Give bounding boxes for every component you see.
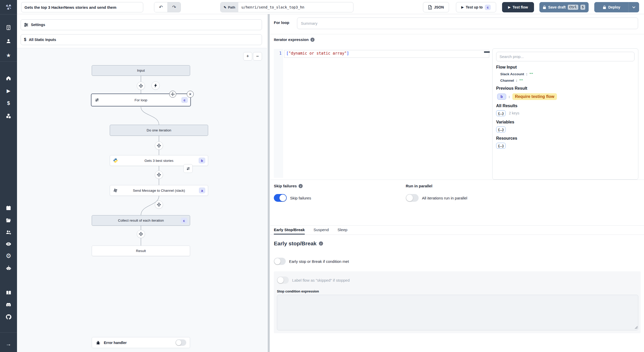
json-button[interactable]: JSON [423, 2, 449, 12]
user-icon[interactable] [0, 37, 17, 46]
run-in-parallel-control: All iterations run in parallel [406, 194, 467, 202]
object-expand-chip[interactable]: {...} [496, 127, 506, 132]
add-step-button[interactable] [155, 141, 163, 150]
iterate-again-button[interactable] [183, 164, 193, 173]
move-node-handle[interactable] [169, 91, 176, 98]
tab-sleep[interactable]: Sleep [337, 226, 347, 234]
collapse-arrow-icon[interactable]: → [0, 340, 17, 348]
error-handler-toggle[interactable] [175, 339, 186, 346]
toggle-knob [274, 258, 281, 264]
audit-eye-icon[interactable] [0, 240, 17, 248]
iterator-code-editor[interactable]: 1 ["dynamic or static array"] [274, 49, 490, 178]
zoom-in-button[interactable]: + [243, 52, 252, 61]
search-prop-input[interactable] [496, 52, 634, 61]
tab-suspend[interactable]: Suspend [313, 226, 329, 234]
play-icon: ▶ [508, 5, 511, 9]
deploy-dropdown-button[interactable] [629, 5, 639, 9]
run-in-parallel-toggle[interactable] [406, 194, 419, 202]
divider [270, 180, 644, 180]
object-expand-chip[interactable]: {...} [496, 143, 506, 149]
add-step-button[interactable] [137, 230, 145, 238]
flow-settings-button[interactable]: Settings [21, 19, 262, 30]
info-icon[interactable]: i [299, 184, 303, 188]
all-static-inputs-button[interactable]: $ All Static Inputs [21, 34, 262, 45]
divider [270, 34, 644, 34]
path-field[interactable]: ✎ Path u/henri/send_to_slack_top3_hn [220, 2, 353, 12]
textarea-resize-grip[interactable] [635, 326, 638, 329]
code-line[interactable]: ["dynamic or static array"] [286, 51, 349, 56]
github-icon[interactable] [0, 313, 17, 321]
add-step-button[interactable] [155, 171, 163, 179]
folders-icon[interactable] [0, 216, 17, 225]
skip-failures-toggle-label: Skip failures [290, 196, 311, 200]
delete-node-button[interactable]: ✕ [187, 91, 194, 98]
groups-users-gear-icon[interactable] [0, 228, 17, 237]
save-draft-button[interactable]: Save draft Ctrl S [539, 2, 589, 12]
early-stop-toggle[interactable] [274, 258, 286, 265]
node-label: Do one iteration [147, 128, 171, 132]
docs-book-icon[interactable] [0, 288, 17, 297]
slack-icon [113, 188, 118, 193]
settings-gear-icon[interactable]: ⚙ [0, 252, 17, 260]
favorites-star-icon[interactable]: ★ [0, 51, 17, 60]
node-badge: a [199, 188, 205, 194]
add-step-button[interactable] [155, 200, 163, 209]
node-label: Input [137, 69, 145, 72]
code-token: ] [347, 51, 349, 56]
add-step-button[interactable] [137, 82, 145, 90]
info-icon[interactable]: i [319, 241, 323, 246]
chevron-down-icon [632, 6, 635, 9]
node-do-one-iteration[interactable]: Do one iteration [110, 125, 208, 136]
schedules-calendar-icon[interactable] [0, 204, 17, 212]
node-result[interactable]: Result [92, 246, 190, 256]
windmill-logo-icon[interactable] [0, 3, 17, 11]
keys-count: 2 keys [509, 111, 519, 115]
pane-splitter[interactable] [267, 14, 270, 352]
label-skipped-toggle[interactable] [277, 276, 289, 284]
early-stop-condition-control: Early stop or Break if condition met [274, 258, 349, 265]
step-b-chip[interactable]: b [497, 94, 506, 100]
test-flow-button[interactable]: ▶ Test flow [502, 2, 534, 12]
tab-label: Early Stop/Break [274, 228, 305, 232]
runs-play-icon[interactable]: ▶ [0, 86, 17, 95]
test-flow-label: Test flow [513, 5, 528, 9]
deploy-button[interactable]: Deploy [594, 2, 639, 12]
resources-cubes-icon[interactable] [0, 112, 17, 120]
summary-input[interactable] [297, 18, 638, 29]
prop-row-channel[interactable]: Channel : "" [500, 79, 634, 82]
variables-heading: Variables [496, 120, 634, 124]
all-static-inputs-label: All Static Inputs [29, 38, 56, 42]
tab-early-stop-break[interactable]: Early Stop/Break [274, 226, 305, 234]
variables-dollar-icon[interactable]: $ [0, 99, 17, 107]
all-results-heading: All Results [496, 104, 634, 108]
node-collect-result[interactable]: Collect result of each iteration c [92, 215, 190, 226]
run-in-parallel-heading: Run in parallel [406, 184, 432, 188]
object-expand-chip[interactable]: {...} [496, 110, 506, 116]
discord-icon[interactable] [0, 300, 17, 309]
skip-failures-text: Skip failures [274, 184, 297, 188]
save-draft-label: Save draft [548, 5, 566, 9]
home-icon[interactable] [0, 74, 17, 82]
undo-button[interactable]: ↶ [154, 2, 167, 12]
ai-robot-icon[interactable] [0, 264, 17, 272]
plus-icon [139, 84, 143, 88]
node-input[interactable]: Input [92, 65, 190, 76]
node-send-message-slack[interactable]: Send Message to Channel (slack) a [110, 185, 208, 196]
trigger-lightning-button[interactable] [151, 81, 160, 90]
redo-icon: ↷ [172, 4, 176, 10]
flow-title-input[interactable]: Gets the top 3 HackerNews stories and se… [21, 2, 143, 12]
label-skipped-toggle-label: Label flow as "skipped" if stopped [292, 278, 350, 282]
node-gets-3-best-stories[interactable]: Gets 3 best stories b [110, 155, 208, 166]
path-chip[interactable]: ✎ Path [221, 2, 238, 12]
workspace-icon[interactable] [0, 23, 17, 32]
colon: : [526, 72, 528, 76]
redo-button[interactable]: ↷ [167, 2, 181, 12]
info-icon[interactable]: i [310, 38, 315, 42]
stop-condition-textarea[interactable] [277, 295, 638, 330]
zoom-out-button[interactable]: − [253, 52, 262, 61]
prop-row-slack-account[interactable]: Slack Account : "" [500, 72, 634, 76]
skip-failures-toggle[interactable] [274, 194, 287, 202]
test-up-to-button[interactable]: ▶ Test up to c [456, 2, 496, 12]
error-handler-node[interactable]: Error handler [92, 337, 190, 348]
flow-canvas[interactable]: + − Input For loop c [17, 48, 267, 352]
